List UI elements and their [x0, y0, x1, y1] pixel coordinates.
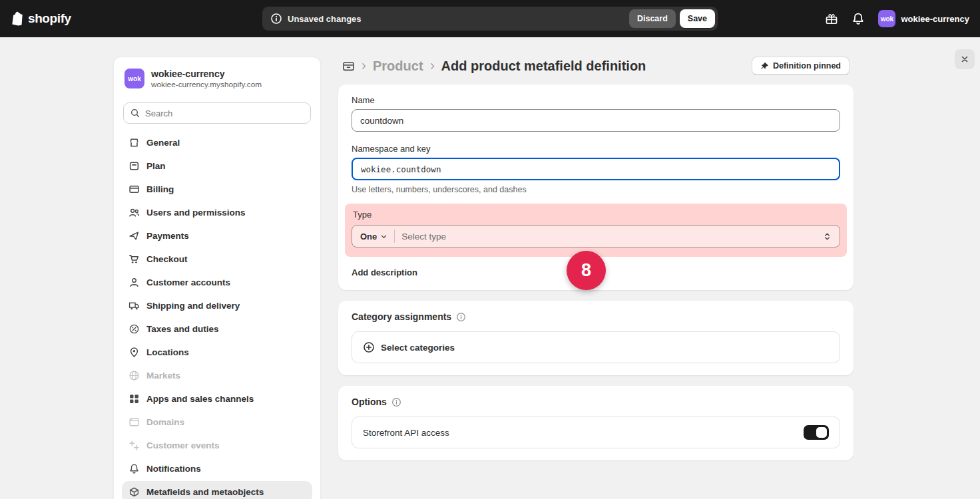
discard-button[interactable]: Discard	[629, 9, 676, 28]
store-name: wokiee-currency	[901, 14, 969, 24]
namespace-key-input[interactable]	[352, 158, 840, 180]
options-heading: Options	[352, 397, 387, 407]
apps-grid-icon	[128, 393, 140, 405]
sidebar-item-checkout[interactable]: Checkout	[122, 248, 312, 269]
sidebar-item-locations[interactable]: Locations	[122, 341, 312, 363]
definition-pinned-label: Definition pinned	[773, 61, 841, 71]
pin-icon	[760, 62, 769, 71]
add-description-button[interactable]: Add description	[352, 267, 417, 277]
name-label: Name	[352, 95, 840, 105]
sidebar-item-label: Payments	[146, 231, 189, 241]
globe-icon	[128, 370, 140, 381]
store-switcher[interactable]: wok wokiee-currency	[878, 10, 969, 27]
type-field-error-region: Type One Select type	[345, 204, 847, 257]
plan-icon	[128, 160, 140, 172]
sidebar-item-label: Domains	[146, 417, 184, 427]
select-categories-button[interactable]: Select categories	[352, 331, 840, 363]
sidebar-item-customer-events: Customer events	[122, 434, 312, 456]
plus-circle-icon	[363, 341, 375, 353]
sidebar-item-markets: Markets	[122, 365, 312, 386]
sidebar-item-shipping-and-delivery[interactable]: Shipping and delivery	[122, 295, 312, 316]
annotation-badge-8: 8	[567, 251, 606, 290]
info-circle-icon[interactable]	[391, 397, 401, 407]
sidebar-item-label: Shipping and delivery	[146, 301, 240, 311]
cart-icon	[128, 253, 140, 265]
name-input[interactable]	[352, 109, 840, 132]
metaobjects-icon	[128, 486, 140, 498]
sidebar-item-general[interactable]: General	[122, 132, 312, 153]
close-icon	[960, 55, 969, 64]
person-icon	[128, 277, 140, 288]
storefront-api-label: Storefront API access	[363, 428, 449, 438]
sidebar-item-label: Customer events	[146, 440, 220, 450]
breadcrumb: Product Add product metafield definition…	[338, 57, 854, 75]
type-label: Type	[353, 210, 840, 220]
sidebar-item-billing[interactable]: Billing	[122, 178, 312, 200]
sidebar-item-label: Plan	[146, 161, 166, 171]
page-title: Add product metafield definition	[441, 59, 646, 74]
type-select[interactable]: One Select type	[352, 225, 840, 248]
sidebar-item-label: Notifications	[146, 464, 201, 474]
storefront-api-toggle[interactable]	[804, 425, 829, 440]
bell-icon[interactable]	[852, 12, 865, 25]
percent-icon	[128, 323, 140, 335]
events-icon	[128, 440, 140, 451]
sidebar-item-payments[interactable]: Payments	[122, 225, 312, 246]
alert-circle-icon	[270, 13, 282, 25]
type-one-label: One	[360, 232, 377, 242]
pin-icon	[128, 347, 140, 358]
storefront-api-row: Storefront API access	[352, 416, 840, 448]
sidebar-item-label: Billing	[146, 184, 174, 194]
namespace-label: Namespace and key	[352, 144, 840, 154]
sidebar-item-label: General	[146, 138, 180, 148]
select-categories-label: Select categories	[381, 343, 455, 353]
store-name: wokiee-currency	[151, 68, 262, 80]
settings-sidebar: wok wokiee-currency wokiee-currency.mysh…	[113, 57, 321, 499]
bank-icon	[128, 184, 140, 195]
sidebar-search	[123, 102, 311, 124]
shopify-bag-icon	[11, 11, 25, 27]
chevron-right-icon	[428, 62, 437, 71]
store-header: wok wokiee-currency wokiee-currency.mysh…	[114, 57, 320, 97]
info-circle-icon[interactable]	[456, 312, 466, 322]
chevron-down-icon	[380, 233, 387, 240]
store-icon	[128, 137, 140, 148]
store-avatar: wok	[124, 69, 144, 88]
search-input[interactable]	[123, 102, 311, 124]
save-button[interactable]: Save	[680, 9, 715, 28]
toggle-knob	[816, 427, 827, 438]
shopify-wordmark: shopify	[28, 11, 71, 26]
sidebar-item-notifications[interactable]: Notifications	[122, 458, 312, 479]
select-arrows-icon	[823, 232, 832, 241]
chevron-right-icon	[360, 62, 368, 71]
sidebar-item-plan[interactable]: Plan	[122, 155, 312, 176]
topbar: shopify Unsaved changes Discard Save wok…	[0, 0, 980, 37]
sidebar-item-customer-accounts[interactable]: Customer accounts	[122, 271, 312, 293]
settings-box-icon	[342, 60, 355, 73]
sidebar-menu: GeneralPlanBillingUsers and permissionsP…	[114, 130, 320, 499]
sidebar-item-taxes-and-duties[interactable]: Taxes and duties	[122, 318, 312, 339]
gift-icon[interactable]	[825, 12, 838, 25]
sidebar-item-apps-and-sales-channels[interactable]: Apps and sales channels	[122, 388, 312, 409]
type-cardinality-dropdown[interactable]: One	[360, 230, 395, 243]
domain-icon	[128, 416, 140, 428]
unsaved-changes-text: Unsaved changes	[288, 14, 362, 24]
options-card: Options Storefront API access	[338, 386, 854, 460]
store-avatar: wok	[878, 10, 895, 27]
sidebar-item-label: Locations	[146, 347, 189, 357]
type-placeholder: Select type	[401, 232, 446, 242]
sidebar-item-label: Users and permissions	[146, 208, 246, 218]
sidebar-item-metafields-and-metaobjects[interactable]: Metafields and metaobjects	[122, 481, 312, 499]
sidebar-item-users-and-permissions[interactable]: Users and permissions	[122, 202, 312, 223]
shopify-logo[interactable]: shopify	[11, 11, 71, 27]
sidebar-item-label: Metafields and metaobjects	[146, 487, 264, 497]
close-button[interactable]	[955, 49, 975, 69]
sidebar-item-label: Taxes and duties	[146, 324, 219, 334]
namespace-help-text: Use letters, numbers, underscores, and d…	[352, 185, 840, 194]
sidebar-item-label: Checkout	[146, 254, 188, 264]
breadcrumb-parent[interactable]: Product	[373, 59, 423, 74]
search-icon	[130, 108, 140, 118]
users-icon	[128, 207, 140, 218]
definition-pinned-button[interactable]: Definition pinned	[752, 57, 850, 75]
category-assignments-heading: Category assignments	[352, 311, 451, 322]
